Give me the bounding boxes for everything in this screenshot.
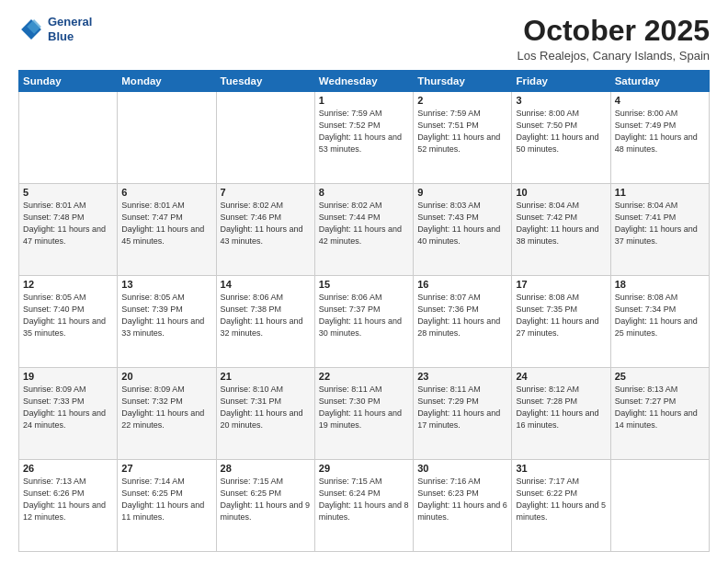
calendar-table: SundayMondayTuesdayWednesdayThursdayFrid…: [18, 70, 710, 552]
day-number: 29: [319, 463, 409, 474]
calendar-cell: 18Sunrise: 8:08 AM Sunset: 7:34 PM Dayli…: [610, 276, 709, 368]
calendar-cell: 9Sunrise: 8:03 AM Sunset: 7:43 PM Daylig…: [414, 184, 512, 276]
day-info: Sunrise: 8:10 AM Sunset: 7:31 PM Dayligh…: [221, 384, 311, 431]
page: General Blue October 2025 Los Realejos, …: [0, 0, 728, 563]
calendar-cell: 8Sunrise: 8:02 AM Sunset: 7:44 PM Daylig…: [314, 184, 413, 276]
day-info: Sunrise: 7:59 AM Sunset: 7:52 PM Dayligh…: [319, 108, 409, 155]
day-number: 10: [516, 187, 606, 198]
calendar-cell: 4Sunrise: 8:00 AM Sunset: 7:49 PM Daylig…: [610, 92, 709, 184]
day-number: 21: [221, 371, 311, 382]
calendar-cell: 30Sunrise: 7:16 AM Sunset: 6:23 PM Dayli…: [414, 460, 512, 552]
day-info: Sunrise: 8:04 AM Sunset: 7:42 PM Dayligh…: [516, 200, 606, 247]
location: Los Realejos, Canary Islands, Spain: [517, 49, 710, 63]
calendar-cell: 21Sunrise: 8:10 AM Sunset: 7:31 PM Dayli…: [216, 368, 314, 460]
calendar-cell: 23Sunrise: 8:11 AM Sunset: 7:29 PM Dayli…: [414, 368, 512, 460]
calendar-week-row: 26Sunrise: 7:13 AM Sunset: 6:26 PM Dayli…: [19, 460, 710, 552]
day-info: Sunrise: 8:08 AM Sunset: 7:35 PM Dayligh…: [516, 292, 606, 339]
calendar-header-sunday: Sunday: [19, 71, 118, 92]
calendar-cell: 3Sunrise: 8:00 AM Sunset: 7:50 PM Daylig…: [512, 92, 610, 184]
calendar-week-row: 1Sunrise: 7:59 AM Sunset: 7:52 PM Daylig…: [19, 92, 710, 184]
day-info: Sunrise: 8:13 AM Sunset: 7:27 PM Dayligh…: [615, 384, 705, 431]
calendar-cell: 6Sunrise: 8:01 AM Sunset: 7:47 PM Daylig…: [118, 184, 216, 276]
day-info: Sunrise: 8:12 AM Sunset: 7:28 PM Dayligh…: [516, 384, 606, 431]
day-info: Sunrise: 7:15 AM Sunset: 6:24 PM Dayligh…: [319, 476, 409, 523]
calendar-header-thursday: Thursday: [414, 71, 512, 92]
calendar-cell: 15Sunrise: 8:06 AM Sunset: 7:37 PM Dayli…: [314, 276, 413, 368]
calendar-cell: 24Sunrise: 8:12 AM Sunset: 7:28 PM Dayli…: [512, 368, 610, 460]
calendar-cell: 19Sunrise: 8:09 AM Sunset: 7:33 PM Dayli…: [19, 368, 118, 460]
calendar-cell: 5Sunrise: 8:01 AM Sunset: 7:48 PM Daylig…: [19, 184, 118, 276]
day-info: Sunrise: 8:03 AM Sunset: 7:43 PM Dayligh…: [417, 200, 507, 247]
day-info: Sunrise: 8:07 AM Sunset: 7:36 PM Dayligh…: [417, 292, 507, 339]
calendar-header-row: SundayMondayTuesdayWednesdayThursdayFrid…: [19, 71, 710, 92]
calendar-cell: 26Sunrise: 7:13 AM Sunset: 6:26 PM Dayli…: [19, 460, 118, 552]
day-number: 6: [121, 187, 211, 198]
calendar-cell: 7Sunrise: 8:02 AM Sunset: 7:46 PM Daylig…: [216, 184, 314, 276]
calendar-cell: 31Sunrise: 7:17 AM Sunset: 6:22 PM Dayli…: [512, 460, 610, 552]
day-info: Sunrise: 8:06 AM Sunset: 7:38 PM Dayligh…: [221, 292, 311, 339]
day-info: Sunrise: 7:17 AM Sunset: 6:22 PM Dayligh…: [516, 476, 606, 523]
calendar-week-row: 19Sunrise: 8:09 AM Sunset: 7:33 PM Dayli…: [19, 368, 710, 460]
calendar-cell: [610, 460, 709, 552]
calendar-cell: 14Sunrise: 8:06 AM Sunset: 7:38 PM Dayli…: [216, 276, 314, 368]
calendar-header-wednesday: Wednesday: [314, 71, 413, 92]
day-info: Sunrise: 8:00 AM Sunset: 7:50 PM Dayligh…: [516, 108, 606, 155]
calendar-header-monday: Monday: [118, 71, 216, 92]
calendar-cell: 20Sunrise: 8:09 AM Sunset: 7:32 PM Dayli…: [118, 368, 216, 460]
day-info: Sunrise: 8:11 AM Sunset: 7:30 PM Dayligh…: [319, 384, 409, 431]
day-info: Sunrise: 8:09 AM Sunset: 7:33 PM Dayligh…: [23, 384, 113, 431]
day-info: Sunrise: 8:02 AM Sunset: 7:46 PM Dayligh…: [221, 200, 311, 247]
day-info: Sunrise: 8:00 AM Sunset: 7:49 PM Dayligh…: [615, 108, 705, 155]
day-number: 17: [516, 279, 606, 290]
day-number: 24: [516, 371, 606, 382]
day-number: 28: [221, 463, 311, 474]
calendar-week-row: 5Sunrise: 8:01 AM Sunset: 7:48 PM Daylig…: [19, 184, 710, 276]
calendar-cell: [19, 92, 118, 184]
day-info: Sunrise: 8:08 AM Sunset: 7:34 PM Dayligh…: [615, 292, 705, 339]
day-info: Sunrise: 7:59 AM Sunset: 7:51 PM Dayligh…: [417, 108, 507, 155]
calendar-cell: 13Sunrise: 8:05 AM Sunset: 7:39 PM Dayli…: [118, 276, 216, 368]
calendar-cell: 17Sunrise: 8:08 AM Sunset: 7:35 PM Dayli…: [512, 276, 610, 368]
day-number: 20: [121, 371, 211, 382]
logo-text: General Blue: [48, 15, 92, 43]
day-number: 31: [516, 463, 606, 474]
day-info: Sunrise: 8:01 AM Sunset: 7:47 PM Dayligh…: [121, 200, 211, 247]
calendar-cell: 28Sunrise: 7:15 AM Sunset: 6:25 PM Dayli…: [216, 460, 314, 552]
day-number: 25: [615, 371, 705, 382]
day-number: 11: [615, 187, 705, 198]
logo-icon: [18, 17, 44, 42]
calendar-cell: 12Sunrise: 8:05 AM Sunset: 7:40 PM Dayli…: [19, 276, 118, 368]
calendar-cell: 11Sunrise: 8:04 AM Sunset: 7:41 PM Dayli…: [610, 184, 709, 276]
day-info: Sunrise: 7:14 AM Sunset: 6:25 PM Dayligh…: [121, 476, 211, 523]
calendar-week-row: 12Sunrise: 8:05 AM Sunset: 7:40 PM Dayli…: [19, 276, 710, 368]
day-number: 14: [221, 279, 311, 290]
calendar-cell: 25Sunrise: 8:13 AM Sunset: 7:27 PM Dayli…: [610, 368, 709, 460]
day-number: 4: [615, 95, 705, 106]
day-info: Sunrise: 7:13 AM Sunset: 6:26 PM Dayligh…: [23, 476, 113, 523]
day-info: Sunrise: 7:15 AM Sunset: 6:25 PM Dayligh…: [221, 476, 311, 523]
day-number: 16: [417, 279, 507, 290]
calendar-cell: 2Sunrise: 7:59 AM Sunset: 7:51 PM Daylig…: [414, 92, 512, 184]
day-number: 18: [615, 279, 705, 290]
calendar-cell: 27Sunrise: 7:14 AM Sunset: 6:25 PM Dayli…: [118, 460, 216, 552]
logo: General Blue: [18, 15, 92, 43]
title-area: October 2025 Los Realejos, Canary Island…: [517, 15, 710, 63]
day-number: 19: [23, 371, 113, 382]
calendar-header-saturday: Saturday: [610, 71, 709, 92]
day-number: 27: [121, 463, 211, 474]
day-number: 23: [417, 371, 507, 382]
day-number: 3: [516, 95, 606, 106]
day-number: 9: [417, 187, 507, 198]
day-number: 8: [319, 187, 409, 198]
day-info: Sunrise: 8:09 AM Sunset: 7:32 PM Dayligh…: [121, 384, 211, 431]
day-info: Sunrise: 8:02 AM Sunset: 7:44 PM Dayligh…: [319, 200, 409, 247]
day-number: 22: [319, 371, 409, 382]
header: General Blue October 2025 Los Realejos, …: [18, 15, 710, 63]
calendar-cell: 10Sunrise: 8:04 AM Sunset: 7:42 PM Dayli…: [512, 184, 610, 276]
day-number: 12: [23, 279, 113, 290]
calendar-cell: 22Sunrise: 8:11 AM Sunset: 7:30 PM Dayli…: [314, 368, 413, 460]
day-number: 30: [417, 463, 507, 474]
day-number: 26: [23, 463, 113, 474]
day-number: 2: [417, 95, 507, 106]
day-info: Sunrise: 8:06 AM Sunset: 7:37 PM Dayligh…: [319, 292, 409, 339]
